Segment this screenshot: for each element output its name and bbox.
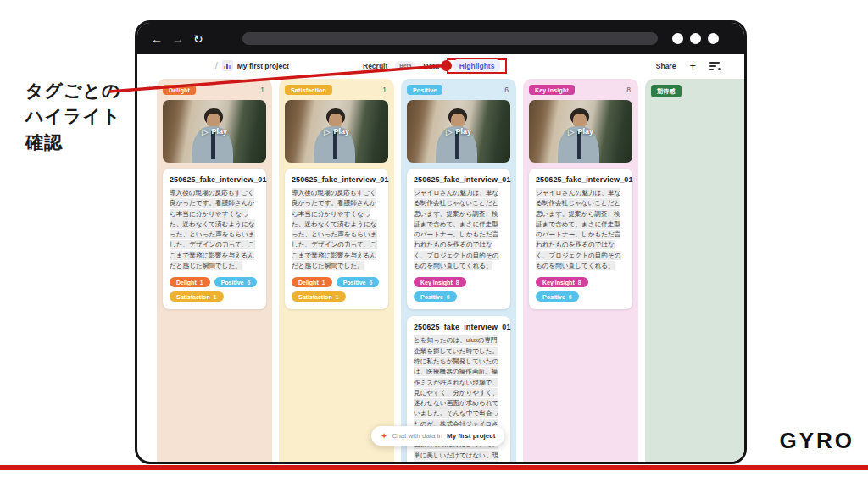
filter-sort-icon[interactable] — [709, 61, 721, 70]
forward-button[interactable]: → — [172, 33, 184, 45]
video-thumbnail[interactable]: ▷Play — [285, 100, 388, 163]
tag-chip[interactable]: Positive6 — [536, 291, 579, 302]
column-count: 8 — [626, 86, 632, 94]
highlighted-text: ジャイロさんの魅力は、単なる制作会社じゃないことだと思います。提案から調査、検証… — [414, 188, 499, 270]
video-thumbnail[interactable]: ▷Play — [163, 100, 266, 163]
column-header: Delight1 — [163, 85, 266, 95]
tag-count: 6 — [248, 280, 251, 286]
browser-nav: ← → ↻ — [151, 23, 203, 54]
play-icon: ▷ — [568, 127, 575, 136]
column-tag-badge[interactable]: Positive — [407, 85, 442, 95]
play-button[interactable]: ▷Play — [529, 100, 632, 163]
overflow-column-count: 0 — [147, 84, 150, 92]
header-actions: Share + — [656, 54, 721, 77]
highlight-annotation-box: Highlights — [447, 58, 508, 74]
board-column: Positive6▷Play250625_fake_interview_01ジャ… — [401, 79, 516, 462]
play-label: Play — [212, 127, 228, 136]
play-icon: ▷ — [446, 127, 453, 136]
column-header: 期待感 — [651, 85, 744, 97]
play-label: Play — [334, 127, 350, 136]
card-title: 250625_fake_interview_01 — [170, 175, 259, 184]
project-title: My first project — [237, 62, 289, 70]
tag-chip[interactable]: Delight1 — [170, 277, 210, 287]
tag-count: 6 — [569, 294, 572, 300]
tag-label: Positive — [542, 294, 565, 300]
chat-prefix: Chat with data in — [392, 432, 442, 440]
tag-chip[interactable]: Satisfaction1 — [292, 291, 346, 302]
card-body: ジャイロさんの魅力は、単なる制作会社じゃないことだと思います。提案から調査、検証… — [414, 188, 504, 271]
column-tag-badge[interactable]: Satisfaction — [285, 85, 332, 95]
tag-label: Delight — [298, 280, 319, 286]
tag-chip[interactable]: Delight1 — [292, 277, 332, 287]
column-header: Positive6 — [407, 85, 510, 95]
tag-label: Positive — [420, 294, 443, 300]
play-button[interactable]: ▷Play — [163, 100, 266, 163]
column-tag-badge[interactable]: Key insight — [529, 85, 575, 95]
card-title: 250625_fake_interview_01 — [414, 323, 504, 331]
video-thumbnail[interactable]: ▷Play — [407, 100, 510, 163]
tag-label: Satisfaction — [176, 294, 210, 300]
play-icon: ▷ — [202, 127, 209, 136]
refresh-button[interactable]: ↻ — [193, 33, 203, 45]
tag-label: Delight — [176, 280, 197, 286]
highlighted-text: 導入後の現場の反応もすごく良かったです。看護師さんから本当に分かりやすくなった、… — [292, 188, 377, 270]
tag-count: 1 — [322, 280, 326, 286]
play-button[interactable]: ▷Play — [285, 100, 388, 163]
column-tag-badge[interactable]: Delight — [163, 85, 196, 95]
tab-bar: Recruit Beta Data Highlights — [363, 54, 507, 77]
card-title: 250625_fake_interview_01 — [292, 175, 381, 184]
tag-label: Key insight — [420, 280, 453, 286]
address-bar[interactable] — [242, 32, 658, 45]
tag-list: Delight1Positive6Satisfaction1 — [292, 277, 381, 302]
tag-chip[interactable]: Key insight8 — [536, 277, 588, 287]
card-body: 導入後の現場の反応もすごく良かったです。看護師さんから本当に分かりやすくなった、… — [170, 188, 259, 271]
tag-chip[interactable]: Satisfaction1 — [170, 291, 224, 302]
play-icon: ▷ — [324, 127, 331, 136]
column-header: Satisfaction1 — [285, 85, 388, 95]
tag-count: 6 — [447, 294, 450, 300]
tag-label: Satisfaction — [298, 294, 332, 300]
app-header: / My first project Recruit Beta Data Hig… — [137, 54, 744, 77]
tab-recruit[interactable]: Recruit — [363, 62, 387, 70]
breadcrumb-separator: / — [215, 61, 218, 70]
card-body: ジャイロさんの魅力は、単なる制作会社じゃないことだと思います。提案から調査、検証… — [536, 188, 626, 271]
highlight-card[interactable]: 250625_fake_interview_01導入後の現場の反応もすごく良かっ… — [163, 169, 266, 309]
play-button[interactable]: ▷Play — [407, 100, 510, 163]
tag-count: 8 — [578, 280, 581, 286]
tag-label: Key insight — [542, 280, 575, 286]
chat-project-name: My first project — [447, 432, 495, 440]
tag-chip[interactable]: Positive6 — [337, 277, 380, 287]
column-tag-badge[interactable]: 期待感 — [651, 85, 682, 97]
window-menu-dots[interactable] — [672, 33, 719, 44]
spark-icon: ✦ — [381, 431, 387, 441]
back-button[interactable]: ← — [151, 33, 163, 45]
highlighted-text: 導入後の現場の反応もすごく良かったです。看護師さんから本当に分かりやすくなった、… — [170, 188, 255, 270]
share-button[interactable]: Share — [656, 62, 676, 70]
tag-count: 6 — [370, 280, 373, 286]
add-button[interactable]: + — [689, 60, 696, 71]
browser-window: ← → ↻ / My first project Recruit Beta Da… — [135, 20, 747, 464]
tag-chip[interactable]: Key insight8 — [414, 277, 466, 287]
board-column: Key insight8▷Play250625_fake_interview_0… — [523, 79, 638, 462]
highlight-card[interactable]: 250625_fake_interview_01導入後の現場の反応もすごく良かっ… — [285, 169, 388, 309]
tab-highlights[interactable]: Highlights — [453, 59, 501, 72]
breadcrumb: / My first project — [215, 54, 289, 77]
video-thumbnail[interactable]: ▷Play — [529, 100, 632, 163]
tab-data[interactable]: Data — [423, 62, 438, 70]
browser-topbar: ← → ↻ — [137, 23, 744, 54]
tag-count: 1 — [214, 294, 217, 300]
chat-bar[interactable]: ✦ Chat with data in My first project — [371, 426, 504, 446]
tag-chip[interactable]: Positive6 — [414, 291, 457, 302]
column-count: 1 — [382, 86, 388, 94]
card-title: 250625_fake_interview_01 — [414, 175, 504, 184]
card-body: 導入後の現場の反応もすごく良かったです。看護師さんから本当に分かりやすくなった、… — [292, 188, 381, 271]
highlight-card[interactable]: 250625_fake_interview_01ジャイロさんの魅力は、単なる制作… — [407, 169, 510, 309]
tag-list: Key insight8Positive6 — [414, 277, 504, 302]
highlight-card[interactable]: 250625_fake_interview_01ジャイロさんの魅力は、単なる制作… — [529, 169, 632, 309]
play-label: Play — [456, 127, 472, 136]
tag-chip[interactable]: Positive6 — [214, 277, 258, 287]
bar-chart-icon — [222, 60, 233, 71]
annotation-line: ハイライト — [25, 103, 120, 129]
board-column: 期待感 — [645, 79, 744, 462]
tag-label: Positive — [221, 280, 244, 286]
